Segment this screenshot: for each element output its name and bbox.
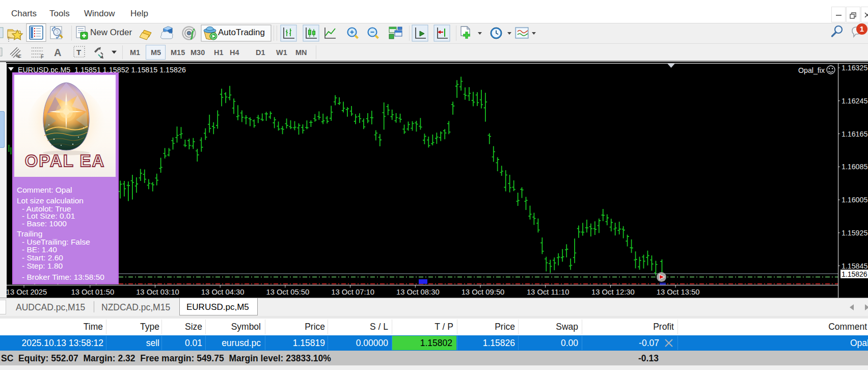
svg-text:13 Oct 11:10: 13 Oct 11:10 [527, 288, 569, 296]
svg-text:13 Oct 09:50: 13 Oct 09:50 [462, 288, 505, 296]
svg-text:13 Oct 08:30: 13 Oct 08:30 [396, 288, 440, 296]
svg-text:13 Oct 03:10: 13 Oct 03:10 [136, 288, 179, 296]
svg-text:1.16245: 1.16245 [842, 97, 867, 105]
svg-text:13 Oct 13:50: 13 Oct 13:50 [657, 288, 700, 296]
svg-text:1.15845: 1.15845 [842, 262, 867, 270]
svg-text:F: F [41, 54, 44, 60]
svg-text:1.16165: 1.16165 [842, 130, 867, 138]
svg-text:E: E [18, 54, 21, 59]
svg-text:1: 1 [860, 24, 864, 33]
svg-text:13 Oct 07:10: 13 Oct 07:10 [331, 288, 374, 296]
svg-text:1.16005: 1.16005 [842, 196, 867, 204]
svg-text:1.15925: 1.15925 [842, 229, 867, 237]
svg-text:1.16085: 1.16085 [842, 163, 867, 171]
svg-text:T: T [76, 48, 81, 57]
svg-text:13 Oct 12:30: 13 Oct 12:30 [591, 288, 635, 296]
svg-text:1.16325: 1.16325 [842, 64, 867, 72]
svg-text:13 Oct 01:50: 13 Oct 01:50 [71, 288, 114, 296]
svg-text:13 Oct 05:50: 13 Oct 05:50 [266, 288, 310, 296]
svg-text:13 Oct 2025: 13 Oct 2025 [7, 288, 47, 296]
svg-text:13 Oct 04:30: 13 Oct 04:30 [201, 288, 245, 296]
svg-text:A: A [54, 47, 61, 58]
svg-text:Opal_fix: Opal_fix [798, 66, 825, 74]
